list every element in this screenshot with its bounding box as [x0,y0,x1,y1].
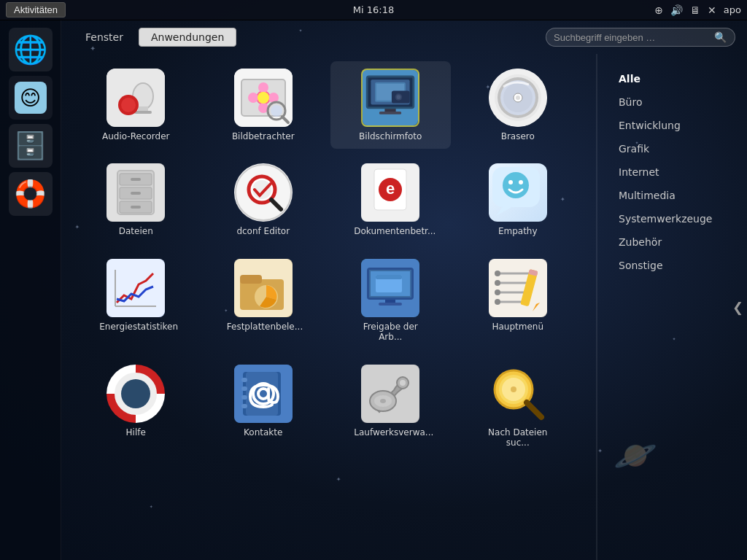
cat-item-entwicklung[interactable]: Entwicklung [608,115,740,136]
app-item-nach-dateien[interactable]: Nach Dateien suc... [458,357,578,456]
app-item-brasero[interactable]: Brasero [458,61,578,149]
svg-point-9 [258,82,268,93]
svg-point-25 [397,95,401,99]
svg-point-77 [495,289,500,295]
app-icon-freigabe [361,259,419,317]
app-label-energiestatistiken: Energiestatistiken [99,322,172,332]
cat-item-grafik[interactable]: Grafik [608,139,740,159]
app-item-dconf-editor[interactable]: dconf Editor [204,156,324,244]
app-label-nach-dateien: Nach Dateien suc... [481,427,554,448]
app-icon-bildschirmfoto [361,69,419,127]
svg-point-73 [495,271,500,276]
tab-fenster[interactable]: Fenster [73,28,136,47]
dock-item-help[interactable]: 🛟 [9,172,53,216]
app-label-empathy: Empathy [498,226,538,236]
main-area: 🌐 😊 🗄️ 🛟 Fenster Anwendungen 🔍 [0,20,747,560]
topbar: Aktivitäten Mi 16:18 ⊕ 🔊 🖥 ✕ apo [0,0,747,20]
search-input[interactable] [554,32,714,43]
cat-item-buero[interactable]: Büro [608,92,740,112]
app-item-bildbetrachter[interactable]: Bildbetrachter [204,61,324,149]
cat-item-multimedia[interactable]: Multimedia [608,185,740,206]
app-label-audio-recorder: Audio-Recorder [102,131,169,141]
svg-marker-52 [496,206,514,216]
svg-rect-70 [379,303,402,306]
cat-item-internet[interactable]: Internet [608,162,740,182]
display-icon[interactable]: 🖥 [690,4,700,16]
app-item-dokumentenbetrachter[interactable]: e Dokumentenbetr... [330,156,451,244]
app-label-hauptmenu: Hauptmenü [492,322,543,332]
app-item-empathy[interactable]: Empathy [458,156,578,244]
app-item-hilfe[interactable]: Hilfe [76,357,196,456]
search-icon[interactable]: 🔍 [714,31,727,43]
app-item-energiestatistiken[interactable]: Energiestatistiken [76,252,196,350]
svg-point-105 [511,386,516,392]
app-item-laufwerksverwaltung[interactable]: Laufwerksverwa... [330,357,451,456]
topbar-right: ⊕ 🔊 🖥 ✕ apo [654,4,741,16]
app-item-festplattenbelegung[interactable]: Festplattenbele... [204,252,324,350]
user-label[interactable]: apo [724,4,741,15]
svg-point-34 [516,96,520,100]
app-label-laufwerksverwaltung: Laufwerksverwa... [354,427,427,438]
toolbar: Fenster Anwendungen 🔍 [61,20,747,54]
svg-point-15 [271,105,282,117]
app-label-freigabe: Freigabe der Arb... [354,322,427,343]
app-label-dconf-editor: dconf Editor [236,226,290,236]
app-label-kontakte: Kontakte [244,427,282,438]
app-item-bildschirmfoto[interactable]: Bildschirmfoto [330,61,451,149]
svg-rect-3 [134,111,152,114]
cat-item-zubehoer[interactable]: Zubehör [608,232,740,252]
svg-rect-27 [379,112,401,114]
svg-point-100 [380,399,386,403]
app-icon-energiestatistiken [107,259,165,317]
app-item-dateien[interactable]: Dateien [76,156,196,244]
svg-rect-94 [241,404,247,408]
accessibility-icon[interactable]: ⊕ [654,4,663,16]
svg-point-97 [400,380,406,386]
app-icon-nach-dateien [489,365,547,423]
cat-item-systemwerkzeuge[interactable]: Systemwerkzeuge [608,209,740,229]
dock-chat-icon: 😊 [15,82,47,114]
app-item-freigabe[interactable]: Freigabe der Arb... [330,252,451,350]
content-area: Audio-Recorder [61,54,747,560]
svg-point-55 [519,180,523,184]
topbar-left: Aktivitäten [6,2,66,18]
app-grid-container: Audio-Recorder [61,54,592,560]
svg-rect-68 [376,275,402,279]
tab-group: Fenster Anwendungen [73,28,236,47]
app-icon-dokumentenbetrachter: e [361,163,419,222]
app-icon-dconf-editor [234,163,293,222]
app-icon-bildbetrachter [234,69,293,127]
svg-point-5 [121,98,136,112]
app-item-kontakte[interactable]: Kontakte [204,357,324,456]
svg-point-11 [248,93,258,103]
dock-item-globe[interactable]: 🌐 [9,28,53,71]
svg-rect-38 [131,178,141,181]
svg-line-104 [527,402,541,417]
app-icon-empathy [489,163,547,222]
app-icon-festplattenbelegung [234,259,293,317]
app-item-audio-recorder[interactable]: Audio-Recorder [76,61,196,149]
close-session-icon[interactable]: ✕ [708,4,716,16]
tab-anwendungen[interactable]: Anwendungen [139,28,236,47]
category-scroll-arrow[interactable]: ❮ [732,300,743,315]
app-item-hauptmenu[interactable]: Hauptmenü [458,252,578,350]
app-label-hilfe: Hilfe [126,427,146,438]
search-box: 🔍 [546,28,735,47]
app-grid: Audio-Recorder [76,61,578,455]
cat-item-sonstige[interactable]: Sonstige [608,255,740,276]
cat-item-alle[interactable]: Alle [608,69,740,89]
svg-text:e: e [386,179,395,198]
app-label-dokumentenbetrachter: Dokumentenbetr... [354,226,427,236]
app-label-bildbetrachter: Bildbetrachter [232,131,295,141]
app-icon-kontakte [234,365,293,423]
dock-item-files[interactable]: 🗄️ [9,124,53,168]
app-label-bildschirmfoto: Bildschirmfoto [359,131,422,141]
aktivitaten-button[interactable]: Aktivitäten [6,2,66,18]
svg-point-85 [121,379,150,408]
dock-item-chat[interactable]: 😊 [9,76,53,120]
app-icon-brasero [489,69,547,127]
app-label-festplattenbelegung: Festplattenbele... [227,322,300,332]
volume-icon[interactable]: 🔊 [670,4,683,16]
topbar-clock: Mi 16:18 [353,4,394,15]
app-icon-hilfe [107,365,165,423]
